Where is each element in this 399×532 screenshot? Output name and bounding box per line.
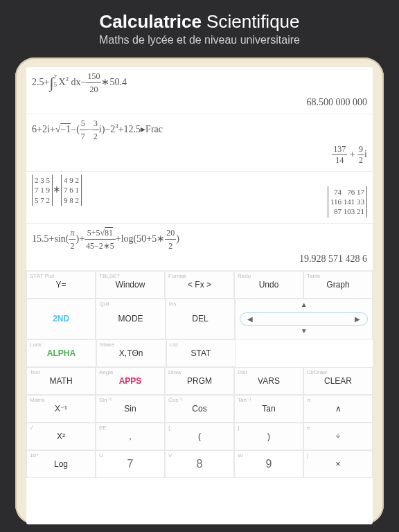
history-row[interactable]: 15.5+sin(π2)+5+5√8145−2∗5+log(50+5∗202) … [26, 224, 373, 271]
history-result: 74 76 17116 141 33 87 103 21 [32, 185, 367, 220]
key-tan[interactable]: Tan⁻¹Tan [234, 395, 303, 423]
key-del[interactable]: InsDEL [166, 299, 235, 339]
key-divide[interactable]: e÷ [303, 423, 373, 450]
key-vars[interactable]: DistVARS [234, 367, 303, 395]
key-window[interactable]: TBLSETWindow [96, 271, 165, 299]
key-power[interactable]: π∧ [303, 395, 373, 423]
key-7[interactable]: U7 [96, 450, 165, 478]
history-result: 68.500 000 000 [32, 96, 367, 111]
key-x-squared[interactable]: √X² [26, 423, 96, 450]
key-apps[interactable]: AngleAPPS [96, 367, 165, 395]
key-sin[interactable]: Sin⁻¹Sin [96, 395, 165, 423]
key-cos[interactable]: Cos⁻¹Cos [165, 395, 234, 423]
marketing-header: Calculatrice Scientifique Maths de lycée… [0, 0, 399, 55]
key-stat[interactable]: ListSTAT [166, 339, 236, 367]
key-graph[interactable]: TableGraph [303, 271, 373, 299]
key-undo[interactable]: RedoUndo [234, 271, 303, 299]
key-x-inverse[interactable]: MatrixX⁻¹ [26, 395, 96, 423]
tablet-frame: 2.5+7∫5 X3 dx−15020∗50.4 68.500 000 000 … [15, 57, 384, 524]
history-row[interactable]: 2.5+7∫5 X3 dx−15020∗50.4 68.500 000 000 [26, 67, 373, 114]
dpad-up-button[interactable]: ▲ [236, 299, 372, 312]
key-xtn[interactable]: ShareX,TΘn [96, 339, 166, 367]
key-lparen[interactable]: {( [165, 423, 234, 450]
key-fx[interactable]: Format< Fx > [165, 271, 234, 299]
direction-pad: ▲ ◀ ▶ ▼ [235, 299, 373, 339]
key-y-equals[interactable]: STAT PlotY= [26, 271, 96, 299]
key-rparen[interactable]: }) [234, 423, 303, 450]
dpad-left-button[interactable]: ◀ [247, 315, 253, 323]
history-result: 19.928 571 428 6 [32, 252, 367, 267]
dpad-right-button[interactable]: ▶ [355, 315, 360, 323]
key-clear[interactable]: ClrDrawCLEAR [303, 367, 373, 395]
history-result: 13714 + 92i [32, 143, 367, 168]
key-multiply[interactable]: [× [303, 450, 373, 478]
key-math[interactable]: TestMATH [26, 367, 96, 395]
calc-history: 2.5+7∫5 X3 dx−15020∗50.4 68.500 000 000 … [26, 67, 373, 271]
keypad: STAT PlotY= TBLSETWindow Format< Fx > Re… [26, 271, 373, 478]
key-8[interactable]: V8 [165, 450, 234, 478]
calculator-screen: 2.5+7∫5 X3 dx−15020∗50.4 68.500 000 000 … [26, 67, 373, 524]
history-row[interactable]: 2 3 57 1 95 7 2∗4 9 27 6 19 8 2 74 76 17… [26, 172, 373, 224]
key-mode[interactable]: QuitMODE [96, 299, 165, 339]
key-9[interactable]: W9 [234, 450, 303, 478]
key-log[interactable]: 10ˣLog [26, 450, 96, 478]
key-alpha[interactable]: LockALPHA [26, 339, 96, 367]
key-prgm[interactable]: DrawPRGM [165, 367, 234, 395]
title: Calculatrice Scientifique [0, 11, 399, 33]
history-row[interactable]: 6+2i+√−1−(57−32i)−23+12.5▸Frac 13714 + 9… [26, 114, 373, 172]
key-comma[interactable]: EE, [96, 423, 165, 450]
subtitle: Maths de lycée et de niveau universitair… [0, 34, 399, 46]
key-2nd[interactable]: 2ND [26, 299, 96, 339]
dpad-down-button[interactable]: ▼ [236, 326, 372, 339]
